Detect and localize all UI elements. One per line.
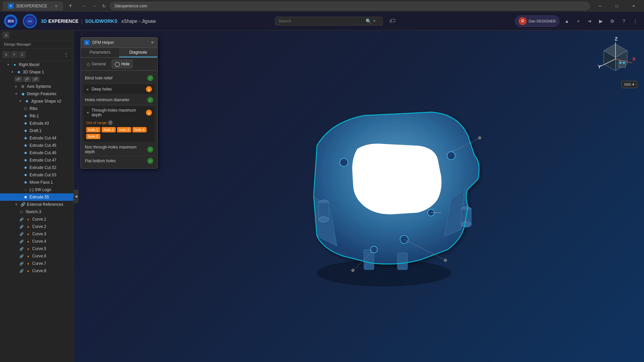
sidebar-item-extrude55[interactable]: ■ Extrude.55 — [0, 193, 73, 201]
sidebar-item-draft1[interactable]: ■ Draft.1 — [0, 127, 73, 134]
sidebar-item-extrude43[interactable]: ■ Extrude.43 — [0, 120, 73, 127]
svg-point-17 — [620, 62, 622, 64]
curve8-chain-icon: 🔗 — [19, 268, 24, 274]
viewport[interactable]: D DFM Helper × Parameters Diagnosis ◇ Ge… — [74, 31, 644, 362]
sidebar-btn-c[interactable]: Z — [19, 51, 25, 58]
dfm-subtab-general[interactable]: ◇ General — [84, 60, 109, 68]
address-bar[interactable]: 3dexperience.com — [110, 2, 590, 10]
ribs-icon: □ — [23, 106, 28, 111]
sidebar-tree: ▼ ● Right Bezel ▼ ■ 3D Shape 1 xP yP zP … — [0, 61, 73, 362]
curve3-warn-icon: ● — [25, 231, 31, 237]
sidebar-tool-btn-1[interactable]: ☰ — [3, 32, 9, 39]
share-icon[interactable]: ➜ — [585, 16, 594, 26]
sidebar-item-curve6[interactable]: 🔗 ● Curve.6 — [0, 252, 73, 260]
search-bar[interactable]: 🔍 ▼ — [275, 17, 383, 25]
curve8-label: Curve.8 — [32, 268, 46, 273]
x-axis-btn[interactable]: xP — [15, 77, 22, 82]
dfm-section-through-holes-header[interactable]: ▼ Through-holes maximum depth ▲ — [84, 106, 155, 119]
sidebar-item-rib1[interactable]: ■ Rib.1 — [0, 112, 73, 120]
collab-icon[interactable]: ▶ — [596, 16, 606, 26]
curve2-chain-icon: 🔗 — [19, 224, 24, 229]
sidebar-item-extrcut53[interactable]: ■ Extrude Cut.53 — [0, 171, 73, 179]
blind-hole-label: Blind hole relief — [85, 76, 112, 80]
sidebar-collapse-btn[interactable]: ◀ — [74, 190, 78, 203]
minimize-btn[interactable]: ─ — [592, 0, 608, 12]
back-btn[interactable]: ← — [80, 2, 88, 10]
dim-marker-1 — [478, 136, 481, 139]
app-logo: 3DX — [4, 14, 17, 28]
sidebar-item-3dshape[interactable]: ▼ ■ 3D Shape 1 — [0, 68, 73, 76]
sidebar-item-curve5[interactable]: 🔗 ● Curve.5 — [0, 245, 73, 252]
compass-icon[interactable]: ▲ — [562, 16, 572, 26]
sidebar-item-jigsaw[interactable]: ▼ ■ Jigsaw Shape v2 — [0, 98, 73, 105]
sidebar-item-axis[interactable]: ► ⊕ Axis Systems — [0, 83, 73, 90]
sidebar-item-extrcut45[interactable]: ■ Extrude Cut.45 — [0, 142, 73, 149]
hole-tag-4[interactable]: hole.4 — [132, 127, 147, 132]
help-icon[interactable]: ? — [619, 16, 629, 26]
new-tab-btn[interactable]: + — [66, 1, 75, 11]
curve6-chain-icon: 🔗 — [19, 253, 24, 259]
sidebar-btn-b[interactable]: Y — [11, 51, 17, 58]
design-manager-label: Design Manager — [0, 40, 73, 49]
sidebar-item-extrcut44[interactable]: ■ Extrude Cut.44 — [0, 134, 73, 142]
sidebar-item-curve2[interactable]: 🔗 ● Curve.2 — [0, 223, 73, 230]
add-icon[interactable]: + — [574, 16, 583, 26]
refresh-btn[interactable]: ↻ — [101, 2, 107, 10]
model-hole-1 — [340, 158, 348, 166]
more-icon[interactable]: ⋮ — [631, 16, 640, 26]
sidebar-item-curve1[interactable]: 🔗 ● Curve.1 — [0, 216, 73, 223]
browser-tab[interactable]: 3 3DEXPERIENCE × — [3, 1, 63, 11]
dfm-close-btn[interactable]: × — [151, 40, 154, 46]
tab-close-btn[interactable]: × — [55, 3, 58, 9]
sidebar-more-icon[interactable]: ⋮ — [61, 50, 71, 59]
curve5-warn-icon: ● — [25, 246, 31, 251]
hole-tag-1[interactable]: hole.1 — [86, 127, 100, 132]
sidebar-item-design-features[interactable]: ▼ ◆ Design Features — [0, 90, 73, 98]
hole-tag-2[interactable]: hole.2 — [102, 127, 116, 132]
sidebar-item-extrcut52[interactable]: ■ Extrude Cut.52 — [0, 164, 73, 171]
z-axis-btn[interactable]: zP — [32, 77, 39, 82]
user-pill[interactable]: D Dan DESIGNER — [515, 15, 559, 27]
sidebar-item-curve3[interactable]: 🔗 ● Curve.3 — [0, 230, 73, 238]
hole-tag-5[interactable]: hole.5 — [86, 134, 100, 139]
dfm-tab-diagnosis[interactable]: Diagnosis — [119, 48, 157, 57]
maximize-btn[interactable]: □ — [609, 0, 625, 12]
sidebar-item-ribs[interactable]: □ Ribs — [0, 105, 73, 112]
dfm-tab-parameters[interactable]: Parameters — [81, 48, 119, 57]
sidebar-item-root[interactable]: ▼ ● Right Bezel — [0, 61, 73, 68]
jig-label: Jigsaw Shape v2 — [31, 99, 61, 104]
close-btn[interactable]: × — [626, 0, 641, 12]
sidebar-item-ext-refs[interactable]: ▼ 🔗 External References — [0, 201, 73, 208]
deep-holes-status: ▲ — [146, 86, 152, 92]
header-icons: ▲ + ➜ ▶ ⚙ ? ⋮ — [562, 16, 640, 26]
mm-dropdown[interactable]: mm ▾ — [621, 81, 637, 88]
sidebar-item-curve8[interactable]: 🔗 ● Curve.8 — [0, 267, 73, 275]
sidebar-tool-btns: X Y Z — [3, 51, 25, 58]
sidebar-item-swlogo[interactable]: − (-) SW Logo — [0, 186, 73, 193]
dfm-titlebar[interactable]: D DFM Helper × — [81, 38, 157, 48]
sidebar-item-extrcut47[interactable]: ■ Extrude Cut.47 — [0, 157, 73, 164]
dfm-section-deep-holes-header[interactable]: ► Deep holes ▲ — [84, 84, 155, 94]
flat-bottom-label: Flat bottom holes — [85, 159, 116, 163]
search-input[interactable] — [278, 19, 366, 23]
sidebar-item-curve7[interactable]: 🔗 ● Curve.7 — [0, 260, 73, 267]
sidebar-item-extrcut46[interactable]: ■ Extrude Cut.46 — [0, 149, 73, 157]
hole-tag-3[interactable]: hole.3 — [117, 127, 131, 132]
forward-btn[interactable]: → — [91, 2, 98, 10]
search-dropdown-icon[interactable]: ▼ — [373, 19, 376, 23]
extrcut46-icon: ■ — [23, 150, 28, 156]
dfm-subtab-hole[interactable]: ◯ Hole — [112, 60, 133, 68]
y-axis-btn[interactable]: yP — [23, 77, 31, 82]
through-holes-label: Through-holes maximum depth — [92, 108, 146, 117]
help-circle-icon[interactable]: ? — [108, 120, 113, 125]
sidebar-item-sketch3[interactable]: □ Sketch.3 — [0, 208, 73, 216]
extrcut47-icon: ■ — [23, 158, 28, 163]
tag-icon[interactable]: 🏷 — [389, 17, 395, 24]
settings-icon[interactable]: ⚙ — [608, 16, 617, 26]
nav-cube: Z X Y — [594, 37, 637, 81]
sidebar-item-moveface1[interactable]: ■ Move Face.1 — [0, 179, 73, 186]
sidebar-btn-a[interactable]: X — [3, 51, 9, 58]
header-right: D Dan DESIGNER ▲ + ➜ ▶ ⚙ ? ⋮ — [515, 15, 640, 27]
curve3-chain-icon: 🔗 — [19, 231, 24, 237]
sidebar-item-curve4[interactable]: 🔗 ● Curve.4 — [0, 238, 73, 245]
